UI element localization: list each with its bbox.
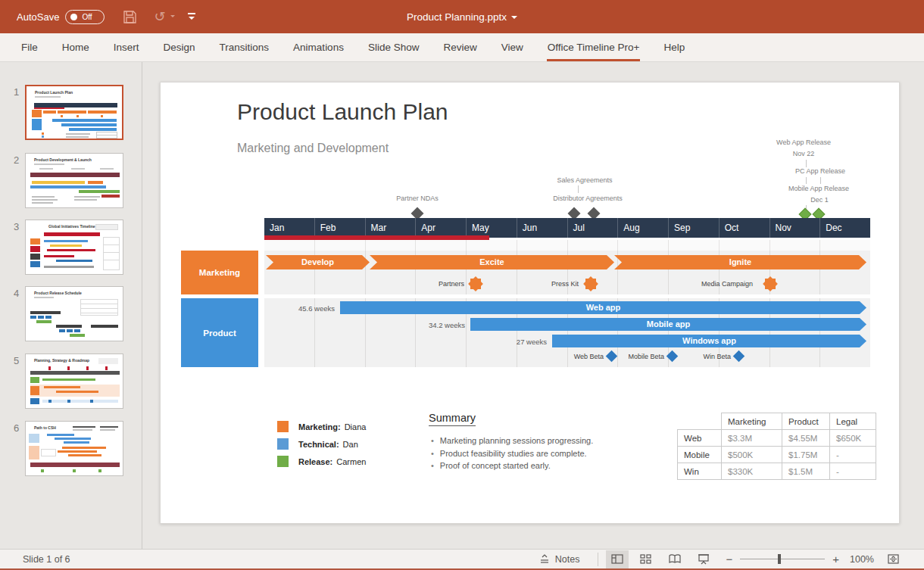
slide-number: 1 [14, 86, 19, 98]
milestone-label-partner-ndas[interactable]: Partner NDAs [396, 195, 439, 202]
table-cell[interactable]: $1.5M [782, 463, 830, 480]
slide-thumbnail-4[interactable]: Product Release Schedule [25, 286, 123, 341]
slide-thumbnail-2[interactable]: Product Development & Launch [25, 153, 123, 208]
legend-row-technical[interactable]: Technical: Dan [277, 438, 358, 450]
autosave-pill[interactable]: Off [65, 10, 105, 24]
reading-view-icon [669, 554, 681, 564]
cost-table[interactable]: Marketing Product Legal Web $3.3M $4.55M… [677, 413, 876, 480]
table-cell[interactable]: - [830, 463, 876, 480]
table-cell[interactable]: $1.75M [782, 447, 830, 463]
legend-row-release[interactable]: Release: Carmen [277, 456, 366, 467]
milestone-connector [806, 160, 807, 167]
beta-label-web: Web Beta [535, 353, 604, 360]
event-burst-press-kit[interactable] [585, 279, 596, 289]
event-burst-media-campaign[interactable] [765, 279, 776, 289]
table-cell[interactable]: Web [678, 430, 722, 447]
phase-bar-excite[interactable]: Excite [370, 255, 614, 269]
tab-review[interactable]: Review [431, 33, 489, 61]
event-label-partners: Partners [396, 280, 464, 288]
table-cell[interactable]: Win [678, 463, 722, 480]
milestone-label-mobile-app-release[interactable]: Mobile App Release [788, 185, 849, 192]
slide-thumbnail-6[interactable]: Path to CSH [25, 421, 123, 476]
slide-title[interactable]: Product Launch Plan [237, 99, 448, 125]
tab-office-timeline-pro[interactable]: Office Timeline Pro+ [535, 33, 652, 61]
autosave-dot-icon [70, 14, 77, 20]
title-bar: AutoSave Off Product Planning.pptx [0, 0, 924, 33]
slide-thumbnail-1[interactable]: Product Launch Plan [25, 85, 123, 140]
table-cell[interactable]: - [830, 447, 876, 463]
month-cell: Jul [567, 218, 618, 238]
zoom-level[interactable]: 100% [850, 554, 874, 565]
notes-icon [539, 554, 550, 564]
task-bar-windows-app[interactable]: Windows app [552, 335, 866, 347]
tab-insert[interactable]: Insert [101, 33, 151, 61]
title-dropdown-caret [511, 16, 517, 22]
legend-swatch-release [277, 456, 289, 467]
table-cell[interactable]: $3.3M [722, 430, 782, 447]
beta-label-mobile: Mobile Beta [596, 353, 664, 360]
summary-bullet: Proof of concept started early. [431, 461, 551, 470]
milestone-date-web-app-release: Nov 22 [793, 150, 815, 157]
table-header-product[interactable]: Product [782, 413, 830, 430]
slideshow-icon [698, 554, 710, 565]
slide-thumbnail-panel: 1 Product Launch Plan [0, 62, 142, 549]
undo-icon[interactable] [154, 10, 170, 23]
notes-button[interactable]: Notes [539, 554, 580, 565]
table-row: Web $3.3M $4.55M $650K [678, 430, 876, 447]
task-bar-web-app[interactable]: Web app [340, 301, 866, 314]
slide-sorter-icon [640, 554, 652, 564]
reading-view-button[interactable] [663, 550, 686, 568]
milestone-label-web-app-release[interactable]: Web App Release [776, 139, 831, 146]
marketing-lane-label[interactable]: Marketing [181, 251, 258, 294]
zoom-slider-handle[interactable] [778, 554, 781, 564]
table-header-legal[interactable]: Legal [830, 413, 876, 430]
product-lane-label[interactable]: Product [181, 298, 258, 367]
table-header-marketing[interactable]: Marketing [722, 413, 782, 430]
tab-help[interactable]: Help [651, 33, 697, 61]
legend-swatch-technical [277, 438, 289, 450]
slide-subtitle[interactable]: Marketing and Development [237, 142, 389, 155]
customize-toolbar-icon[interactable] [187, 12, 196, 21]
month-cell: Oct [719, 218, 769, 238]
phase-bar-ignite[interactable]: Ignite [614, 255, 866, 269]
legend-row-marketing[interactable]: Marketing: Diana [277, 421, 366, 432]
tab-view[interactable]: View [489, 33, 535, 61]
autosave-toggle[interactable]: AutoSave Off [17, 10, 105, 24]
slide-indicator[interactable]: Slide 1 of 6 [23, 554, 70, 565]
table-cell[interactable]: $4.55M [782, 430, 830, 447]
tab-animations[interactable]: Animations [281, 33, 356, 61]
summary-title[interactable]: Summary [429, 412, 476, 426]
zoom-out-button[interactable]: − [721, 553, 737, 565]
zoom-slider[interactable] [740, 559, 825, 559]
tab-design[interactable]: Design [151, 33, 208, 61]
tab-transitions[interactable]: Transitions [208, 33, 282, 61]
slide-number: 6 [14, 422, 19, 434]
tab-file[interactable]: File [9, 33, 50, 61]
status-bar: Slide 1 of 6 Notes [0, 549, 924, 570]
table-cell[interactable]: Mobile [678, 447, 722, 463]
milestone-label-distributor-agreements[interactable]: Distributor Agreements [553, 195, 623, 202]
event-label-press-kit: Press Kit [510, 280, 579, 288]
duration-web-app: 45.6 weeks [282, 304, 335, 313]
slide-sorter-view-button[interactable] [635, 550, 657, 568]
statusbar-separator [598, 553, 598, 566]
task-bar-mobile-app[interactable]: Mobile app [470, 318, 866, 331]
slide-thumbnail-5[interactable]: Planning, Strategy & Roadmap [25, 354, 123, 409]
milestone-label-pc-app-release[interactable]: PC App Release [795, 167, 845, 175]
save-icon[interactable] [123, 10, 137, 24]
table-cell[interactable]: $500K [722, 447, 782, 463]
zoom-in-button[interactable]: + [828, 553, 844, 565]
normal-view-button[interactable] [606, 550, 629, 568]
phase-bar-develop[interactable]: Develop [266, 255, 370, 269]
milestone-label-sales-agreements[interactable]: Sales Agreements [557, 176, 612, 184]
table-cell[interactable]: $650K [830, 430, 876, 447]
slide-thumbnail-3[interactable]: Global Initiatives Timeline [25, 220, 123, 275]
slide-canvas[interactable]: Product Launch Plan Marketing and Develo… [160, 82, 900, 524]
fit-to-window-button[interactable] [882, 550, 904, 568]
tab-home[interactable]: Home [50, 33, 101, 61]
slide-number: 4 [14, 288, 19, 299]
table-cell[interactable]: $330K [722, 463, 782, 480]
tab-slide-show[interactable]: Slide Show [356, 33, 432, 61]
event-burst-partners[interactable] [470, 279, 481, 289]
slideshow-view-button[interactable] [692, 550, 715, 568]
